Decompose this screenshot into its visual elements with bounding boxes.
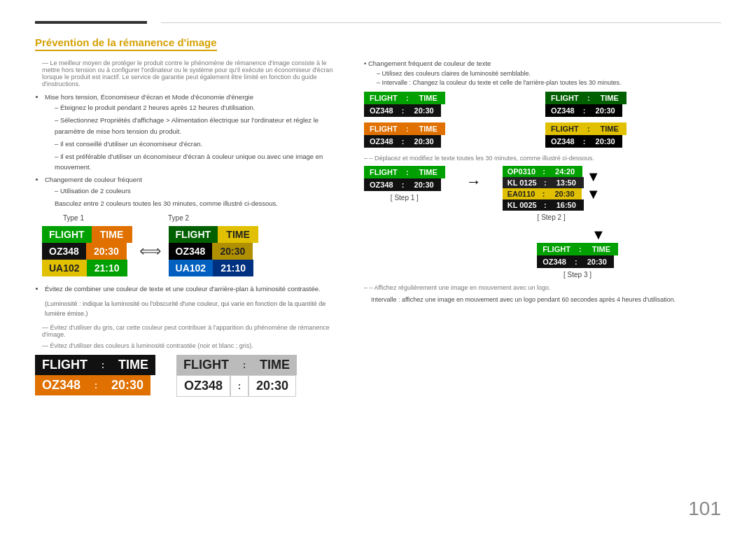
contrast-note: Évitez d'utiliser des couleurs à luminos… <box>35 342 336 349</box>
avoid-contrast-bullet: Évitez de combiner une couleur de texte … <box>45 283 336 294</box>
step1-label: [ Step 1 ] <box>391 194 419 202</box>
right-column: Changement fréquent de couleur de texte … <box>364 59 721 397</box>
s1-flight: FLIGHT <box>364 166 403 178</box>
swap-arrow-icon: ⟺ <box>139 242 162 260</box>
s3-time-val: 20:30 <box>580 255 614 268</box>
change-text-sub2: Intervalle : Changez la couleur du texte… <box>364 79 721 86</box>
main-bullets: Mise hors tension, Économiseur d'écran e… <box>35 92 336 209</box>
sc-flight-1: OP0310 <box>503 166 540 177</box>
bottom-boards: FLIGHT : TIME OZ348 : 20:30 FLIGHT : <box>35 355 336 397</box>
step3-label: [ Step 3 ] <box>564 271 592 279</box>
sc-colon-4: : <box>542 199 549 211</box>
step1-arrow-icon: → <box>466 173 482 191</box>
gb2-time-val: 20:30 <box>589 104 622 117</box>
type1-label: Type 1 <box>63 214 84 222</box>
type2-ua-cell: UA102 <box>169 260 214 276</box>
s1-colon2: : <box>399 178 407 191</box>
boards-grid: FLIGHT : TIME OZ348 : 20:30 FLIGHT : <box>364 92 721 148</box>
sc-time-4: 16:50 <box>549 199 584 211</box>
top-line-thin <box>161 22 721 23</box>
sc-time-1: 24:20 <box>547 166 582 177</box>
gb4-oz: OZ348 <box>545 135 580 148</box>
scroll-row-4: KL 0025 : 16:50 <box>503 199 584 211</box>
bottom-board-dark: FLIGHT : TIME OZ348 : 20:30 <box>35 355 155 397</box>
intro-text: Le meilleur moyen de protéger le produit… <box>35 59 336 87</box>
type2-label: Type 2 <box>168 214 189 222</box>
type1-row2: OZ348 20:30 <box>42 243 132 260</box>
gb1-colon: : <box>403 92 412 104</box>
color-change-subs: Utilisation de 2 couleurs <box>45 185 336 196</box>
color-change-desc: Basculez entre 2 couleurs toutes les 30 … <box>45 198 336 209</box>
bb-colon: : <box>94 355 111 375</box>
type2-board: FLIGHT TIME OZ348 20:30 UA102 21:10 <box>169 226 259 276</box>
sub-power-4: Il est préférable d'utiliser un économis… <box>55 151 336 172</box>
grid-board-2: FLIGHT : TIME OZ348 : 20:30 <box>545 92 721 117</box>
logo-note-2: Intervalle : affichez une image en mouve… <box>364 295 721 304</box>
gb1-flight: FLIGHT <box>364 92 403 104</box>
gb2-oz: OZ348 <box>545 104 580 117</box>
s3-flight: FLIGHT <box>537 243 576 255</box>
type1-ua-time-cell: 21:10 <box>87 260 127 276</box>
sc-colon-2: : <box>542 177 549 188</box>
s1-time-val: 20:30 <box>407 178 441 191</box>
top-line-bar <box>35 21 147 24</box>
type2-oz-cell: OZ348 <box>169 243 213 260</box>
type2-time-val-cell: 20:30 <box>212 243 253 260</box>
gb3-oz: OZ348 <box>364 135 399 148</box>
sub-power-3: Il est conseillé d'utiliser un économise… <box>55 139 336 149</box>
sub-color-1: Utilisation de 2 couleurs <box>55 185 336 196</box>
scroll-row-1: OP0310 : 24:20 <box>503 166 584 177</box>
gb3-time-val: 20:30 <box>407 135 441 148</box>
bb-time-val: 20:30 <box>104 375 150 395</box>
gb2-time: TIME <box>593 92 626 104</box>
gb4-time-val: 20:30 <box>589 135 622 148</box>
sc-colon-1: : <box>540 166 547 177</box>
type1-row3: UA102 21:10 <box>42 260 132 276</box>
gb4-colon: : <box>584 122 593 135</box>
s3-oz: OZ348 <box>537 255 572 268</box>
type-labels: Type 1 Type 2 <box>63 214 336 222</box>
step2-scroll-board: OP0310 : 24:20 KL 0125 : 13:50 EA0110 <box>503 166 584 211</box>
s1-oz: OZ348 <box>364 178 399 191</box>
type1-oz-cell: OZ348 <box>42 243 86 260</box>
gb3-colon2: : <box>399 135 407 148</box>
gb3-time: TIME <box>412 122 445 135</box>
s3-colon: : <box>576 243 584 255</box>
gb2-colon: : <box>584 92 593 104</box>
gray-note: Évitez d'utiliser du gris, car cette cou… <box>35 324 336 338</box>
bb-flight: FLIGHT <box>35 355 94 375</box>
two-col-layout: Le meilleur moyen de protéger le produit… <box>35 59 721 397</box>
bottom-board-gray: FLIGHT : TIME OZ348 : 20:30 <box>176 355 297 397</box>
bg-flight: FLIGHT <box>176 355 236 375</box>
change-text-header: Changement fréquent de couleur de texte <box>364 59 721 67</box>
sc-flight-4: KL 0025 <box>503 199 542 211</box>
sub-power-1: Éteignez le produit pendant 2 heures apr… <box>55 102 336 113</box>
bb-time: TIME <box>111 355 155 375</box>
section-title: Prévention de la rémanence d'image <box>35 36 217 51</box>
step2-to-3-arrow: ▼ <box>476 227 721 243</box>
grid-board-1: FLIGHT : TIME OZ348 : 20:30 <box>364 92 540 117</box>
step2-label: [ Step 2 ] <box>538 213 566 221</box>
down-arrows: ▼ ▼ <box>587 166 601 202</box>
gb1-time-val: 20:30 <box>407 104 441 117</box>
sc-time-2: 13:50 <box>549 177 584 188</box>
step1-item: FLIGHT : TIME OZ348 : 20:30 [ Step 1 ] <box>364 166 445 202</box>
bullet-power: Mise hors tension, Économiseur d'écran e… <box>45 92 336 172</box>
type-boards-row: FLIGHT TIME OZ348 20:30 UA102 21:10 ⟺ <box>42 226 336 276</box>
left-column: Le meilleur moyen de protéger le produit… <box>35 59 336 397</box>
step2-item: OP0310 : 24:20 KL 0125 : 13:50 EA0110 <box>503 166 601 221</box>
scroll-row-2: KL 0125 : 13:50 <box>503 177 584 188</box>
type2-row1: FLIGHT TIME <box>169 226 259 243</box>
bg-time: TIME <box>253 355 297 375</box>
bb-oz: OZ348 <box>35 375 88 395</box>
sub-power-2: Sélectionnez Propriétés d'affichage > Al… <box>55 115 336 136</box>
change-text-sub1: Utilisez des couleurs claires de luminos… <box>364 70 721 77</box>
type1-flight-cell: FLIGHT <box>42 226 92 243</box>
bg-oz: OZ348 <box>176 375 230 397</box>
s3-colon2: : <box>572 255 580 268</box>
gb4-colon2: : <box>580 135 589 148</box>
type2-row3: UA102 21:10 <box>169 260 259 276</box>
sc-colon-3: : <box>540 188 547 199</box>
bg-colon2: : <box>230 375 248 397</box>
gb3-colon: : <box>403 122 412 135</box>
